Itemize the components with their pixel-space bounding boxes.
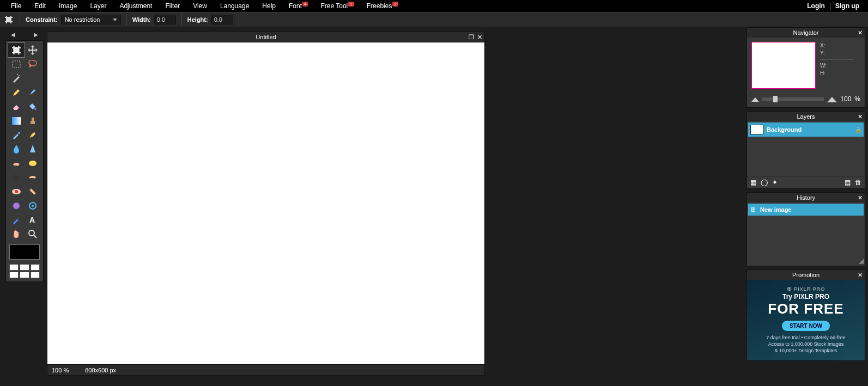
pinch-tool[interactable] [25, 199, 41, 213]
canvas-statusbar: 100 % 800x600 px [47, 365, 485, 376]
nav-zoom-value: 100 [840, 95, 851, 103]
layers-panel: Layers ✕ Background 🔒 ▦ ◯ ✦ ▤ 🗑 [746, 111, 865, 189]
foreground-color-swatch[interactable] [9, 244, 40, 260]
navigator-thumbnail[interactable] [751, 42, 816, 89]
svg-rect-0 [13, 61, 20, 68]
clone-tool[interactable] [25, 114, 41, 128]
dodge-tool[interactable] [8, 170, 25, 185]
svg-point-2 [17, 74, 18, 75]
menu-help[interactable]: Help [256, 0, 282, 12]
brush-tool[interactable] [25, 85, 41, 100]
layers-header[interactable]: Layers ✕ [747, 112, 865, 121]
navigator-header[interactable]: Navigator ✕ [747, 28, 865, 38]
layer-settings-icon[interactable]: ▤ [845, 179, 851, 186]
sharpen-tool[interactable] [25, 142, 41, 156]
svg-point-9 [13, 175, 18, 180]
option-bar: Constraint: No restriction Width: 0.0 He… [0, 12, 868, 27]
menu-edit[interactable]: Edit [28, 0, 52, 12]
marquee-tool[interactable] [8, 57, 25, 71]
signup-link[interactable]: Sign up [831, 0, 864, 12]
menu-font[interactable]: Font4 [282, 0, 314, 12]
eraser-tool[interactable] [8, 100, 25, 114]
canvas-window: Untitled ❐ ✕ 100 % 800x600 px [47, 32, 485, 376]
type-tool[interactable]: A [25, 213, 41, 227]
zoom-out-icon[interactable] [751, 96, 759, 102]
zoom-slider[interactable] [762, 97, 824, 101]
bucket-tool[interactable] [25, 100, 41, 114]
close-icon[interactable]: ✕ [858, 272, 863, 279]
spot-heal-tool[interactable] [25, 185, 41, 199]
delete-layer-icon[interactable]: 🗑 [855, 179, 861, 186]
close-icon[interactable]: ✕ [477, 34, 482, 41]
pencil-tool[interactable] [8, 85, 25, 100]
zoom-in-icon[interactable] [827, 96, 837, 102]
start-now-button[interactable]: START NOW [782, 321, 830, 331]
svg-point-18 [29, 230, 34, 236]
menu-image[interactable]: Image [52, 0, 83, 12]
svg-point-16 [32, 205, 34, 207]
svg-point-8 [29, 161, 37, 166]
blur-tool[interactable] [8, 142, 25, 156]
history-panel: History ✕ 🗎 New image ◢ [746, 192, 865, 266]
menu-adjustment[interactable]: Adjustment [113, 0, 159, 12]
svg-rect-10 [17, 177, 20, 178]
width-input[interactable]: 0.0 [154, 15, 176, 24]
toolbox-prev-icon[interactable]: ◀ [11, 32, 15, 38]
menu-free-tool[interactable]: Free Tool1 [314, 0, 360, 12]
close-icon[interactable]: ✕ [858, 29, 863, 36]
smudge-tool[interactable] [8, 156, 25, 170]
close-icon[interactable]: ✕ [858, 113, 863, 120]
height-input[interactable]: 0.0 [211, 15, 233, 24]
navigator-info: X: Y: W: H: [820, 42, 853, 89]
crop-tool[interactable] [8, 43, 25, 57]
canvas-dimensions: 800x600 px [85, 367, 116, 373]
new-image-icon: 🗎 [750, 206, 757, 213]
eyedropper-tool[interactable] [8, 213, 25, 227]
layer-thumbnail [750, 125, 763, 134]
wand-tool[interactable] [8, 71, 25, 85]
menu-layer[interactable]: Layer [83, 0, 113, 12]
sponge-tool[interactable] [25, 156, 41, 170]
layer-mask-icon[interactable]: ◯ [761, 179, 768, 186]
constraint-label: Constraint: [26, 16, 58, 23]
svg-rect-4 [12, 117, 21, 125]
svg-point-14 [13, 203, 20, 209]
canvas[interactable] [47, 42, 485, 365]
navigator-panel: Navigator ✕ X: Y: W: H: 100 % [746, 27, 865, 108]
svg-text:A: A [29, 216, 35, 224]
active-tool-icon [3, 14, 14, 25]
history-row[interactable]: 🗎 New image [748, 204, 864, 216]
history-header[interactable]: History ✕ [747, 193, 865, 203]
layer-row[interactable]: Background 🔒 [748, 122, 864, 137]
close-icon[interactable]: ✕ [858, 194, 863, 201]
color-replace-tool[interactable] [8, 128, 25, 142]
hand-tool[interactable] [8, 227, 25, 241]
drawing-tool[interactable] [25, 128, 41, 142]
promo-line2: FOR FREE [751, 301, 860, 317]
burn-tool[interactable] [25, 170, 41, 185]
toolbox-next-icon[interactable]: ▶ [34, 32, 38, 38]
bloat-tool[interactable] [8, 199, 25, 213]
menu-file[interactable]: File [4, 0, 28, 12]
constraint-select[interactable]: No restriction [61, 15, 121, 24]
color-palette[interactable] [8, 263, 41, 279]
empty-tool [25, 71, 41, 85]
gradient-tool[interactable] [8, 114, 25, 128]
menu-freebies[interactable]: Freebies2 [360, 0, 404, 12]
lock-icon[interactable]: 🔒 [855, 127, 861, 133]
promotion-body[interactable]: ⦿ PIXLR PRO Try PIXLR PRO FOR FREE START… [747, 280, 865, 360]
promo-logo: ⦿ PIXLR PRO [751, 286, 860, 292]
menu-language[interactable]: Language [214, 0, 256, 12]
redeye-tool[interactable] [8, 185, 25, 199]
layer-fx-icon[interactable]: ✦ [772, 179, 778, 186]
login-link[interactable]: Login [803, 0, 829, 12]
new-layer-icon[interactable]: ▦ [750, 179, 756, 186]
move-tool[interactable] [25, 43, 41, 57]
zoom-tool[interactable] [25, 227, 41, 241]
maximize-icon[interactable]: ❐ [469, 34, 474, 41]
menu-filter[interactable]: Filter [159, 0, 186, 12]
resize-handle-icon[interactable]: ◢ [859, 257, 864, 265]
canvas-titlebar[interactable]: Untitled ❐ ✕ [47, 32, 485, 42]
lasso-tool[interactable] [25, 57, 41, 71]
menu-view[interactable]: View [186, 0, 214, 12]
